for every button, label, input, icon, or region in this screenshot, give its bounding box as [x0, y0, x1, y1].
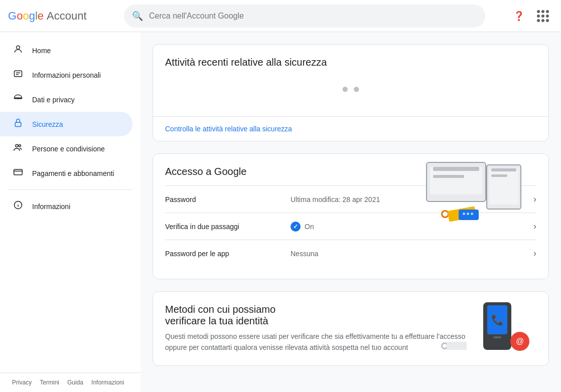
sidebar-item-personal[interactable]: Informazioni personali [0, 63, 132, 87]
password-label: Password [165, 195, 291, 204]
sidebar-item-info[interactable]: Informazioni [0, 194, 132, 219]
sidebar-item-payments[interactable]: Pagamenti e abbonamenti [0, 161, 132, 185]
svg-rect-9 [14, 169, 23, 175]
grid-icon [537, 10, 549, 22]
apps-button[interactable] [533, 6, 553, 26]
key-small-icon [441, 342, 467, 350]
sidebar-footer: Privacy Termini Guida Informazioni [0, 372, 141, 392]
app-passwords-row[interactable]: Password per le app Nessuna › [165, 240, 536, 267]
check-activity-link[interactable]: Controlla le attività relative alla sicu… [153, 116, 548, 141]
privacy-label: Dati e privacy [32, 96, 75, 104]
verified-badge: ✓ [291, 222, 301, 232]
sidebar-item-home[interactable]: Home [0, 38, 132, 63]
access-illustration: *** [426, 162, 536, 222]
svg-point-7 [16, 144, 18, 147]
svg-point-13 [18, 203, 19, 204]
layout: Home Informazioni personali Dati e priva… [0, 32, 561, 392]
email-badge-icon: @ [510, 332, 529, 351]
help-icon: ❓ [513, 11, 524, 22]
two-step-arrow: › [533, 221, 536, 232]
sidebar-item-security[interactable]: Sicurezza [0, 112, 132, 136]
app-passwords-arrow: › [533, 248, 536, 259]
activity-dot-1: ● [342, 82, 349, 96]
search-icon: 🔍 [132, 11, 143, 22]
home-icon [12, 44, 24, 57]
password-badge: *** [459, 210, 479, 220]
security-label: Sicurezza [32, 120, 63, 128]
account-label: Account [47, 10, 87, 23]
security-activity-body: ● ● [153, 76, 548, 116]
svg-point-8 [19, 145, 21, 147]
sidebar-divider [8, 189, 132, 190]
footer-link-privacy[interactable]: Privacy [12, 379, 32, 386]
search-bar: 🔍 [124, 5, 485, 28]
info-icon [12, 200, 24, 213]
app-passwords-value: Nessuna [291, 250, 533, 258]
identity-card: Metodi con cui possiamo verificare la tu… [153, 291, 549, 366]
home-label: Home [32, 47, 51, 55]
main-content: Attività recenti relative alla sicurezza… [141, 32, 561, 392]
footer-link-help[interactable]: Guida [67, 379, 83, 386]
sidebar: Home Informazioni personali Dati e priva… [0, 32, 141, 392]
svg-rect-1 [15, 71, 22, 77]
security-activity-title: Attività recenti relative alla sicurezza [153, 45, 548, 76]
info-label: Informazioni [32, 203, 70, 211]
payments-label: Pagamenti e abbonamenti [32, 169, 114, 177]
svg-point-0 [17, 46, 20, 49]
two-step-value: ✓ On [291, 222, 533, 232]
footer-link-about[interactable]: Informazioni [91, 379, 124, 386]
header-actions: ❓ [509, 6, 553, 26]
app-header: Google Account 🔍 ❓ [0, 0, 561, 32]
tablet-icon [486, 164, 521, 210]
footer-link-terms[interactable]: Termini [40, 379, 59, 386]
identity-description: Questi metodi possono essere usati per v… [165, 331, 466, 353]
monitor-icon [426, 162, 486, 202]
tablet-screen [489, 168, 518, 205]
privacy-icon [12, 93, 24, 106]
people-icon [12, 142, 24, 155]
people-label: Persone e condivisione [32, 145, 105, 153]
app-passwords-label: Password per le app [165, 250, 291, 258]
logo: Google Account [8, 10, 108, 23]
svg-rect-6 [15, 122, 21, 126]
activity-dot-2: ● [353, 82, 360, 96]
phone-icon: 📞 [483, 302, 511, 350]
google-logo-text: Google [8, 10, 44, 23]
search-input[interactable] [149, 12, 477, 21]
security-activity-card: Attività recenti relative alla sicurezza… [153, 44, 549, 141]
personal-label: Informazioni personali [32, 71, 101, 79]
monitor-screen [430, 167, 482, 194]
personal-icon [12, 69, 24, 81]
security-icon [12, 118, 24, 130]
help-button[interactable]: ❓ [509, 6, 529, 26]
payments-icon [12, 167, 24, 179]
identity-illustration: 📞 @ [436, 300, 536, 355]
svg-point-5 [18, 98, 19, 99]
two-step-label: Verifica in due passaggi [165, 223, 291, 231]
google-access-card: Accesso a Google [153, 153, 549, 279]
sidebar-item-privacy[interactable]: Dati e privacy [0, 87, 132, 112]
sidebar-item-people[interactable]: Persone e condivisione [0, 136, 132, 161]
